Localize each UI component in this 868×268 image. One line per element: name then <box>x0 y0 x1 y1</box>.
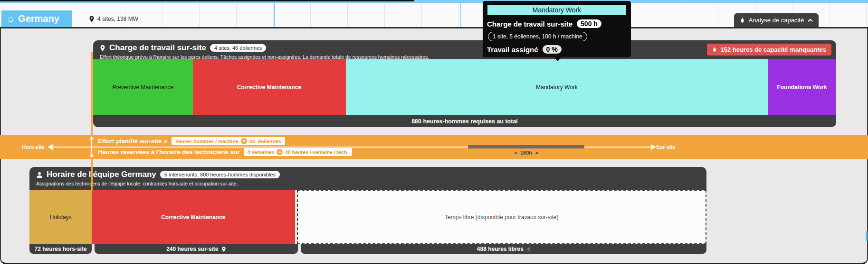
tooltip-workload-label: Charge de travail sur-site <box>487 20 572 28</box>
workload-panel: Charge de travail sur-site 4 sites, 46 é… <box>93 40 836 127</box>
tooltip-assigned-label: Travail assigné <box>487 46 538 54</box>
footer-onsite-hours: 240 heures sur-site <box>95 244 298 254</box>
multiply-icon: × <box>241 138 247 144</box>
footer-label: 488 heures libres <box>477 246 524 252</box>
segment-label: Preventive Maintenance <box>112 84 173 91</box>
capacity-analysis-screen: ⌂ Germany 4 sites, 138 MW Analyse de cap… <box>0 0 868 268</box>
hours-formula-row: Heures réservées à l'horaire des technic… <box>98 148 352 156</box>
map-pin-icon <box>100 45 105 52</box>
effort-formula-row: Effort planifié sur-site ∝ heures-hommes… <box>98 137 285 145</box>
tooltip-assigned-value: 0 % <box>543 45 562 54</box>
team-bar: Holidays Corrective Maintenance Temps li… <box>29 190 706 244</box>
region-title: Germany <box>18 13 59 24</box>
segment-label: Corrective Maintenance <box>237 84 301 91</box>
flow-band: Hors-site Sur-site Effort planifié sur-s… <box>0 135 868 159</box>
tooltip-workload-value: 500 h <box>577 19 601 28</box>
segment-label: Mandatory Work <box>536 84 578 91</box>
team-footer-bars: 72 heures hors-site 240 heures sur-site … <box>29 244 706 254</box>
formula-part: 40 heures / semaine / tech. <box>285 149 348 155</box>
footer-free-hours: 488 heures libres ☝ <box>301 244 706 254</box>
team-panel-subtitle: Assignations des techniciens de l'équipe… <box>36 181 700 186</box>
missing-capacity-label: 152 heures de capacité manquantes <box>720 46 826 53</box>
range-160h-label: ⇤ 160h ⇥ <box>468 150 584 156</box>
timeline-marker <box>274 3 275 27</box>
segment-label: Holidays <box>50 214 72 221</box>
capacity-button-label: Analyse de capacité <box>749 17 804 24</box>
workload-panel-header: Charge de travail sur-site 4 sites, 46 é… <box>93 40 836 59</box>
workload-panel-badge: 4 sites, 46 éoliennes <box>210 44 266 52</box>
workload-total-bar: 880 heures-hommes requises au total <box>93 115 836 127</box>
workload-segment-foundations[interactable]: Foundations Work <box>768 59 836 115</box>
footer-label: 240 heures sur-site <box>166 246 218 252</box>
team-segment-corrective[interactable]: Corrective Maintenance <box>92 190 295 244</box>
flame-icon <box>740 17 745 24</box>
arrow-right-icon <box>651 144 656 150</box>
onsite-label: Sur-site <box>656 144 676 150</box>
team-segment-free-time[interactable]: Temps libre (disponible pour travaux sur… <box>297 190 706 244</box>
flow-connector-bottom <box>91 159 93 190</box>
hand-pointer-icon: ☝ <box>526 246 530 253</box>
vertical-double-arrow <box>91 139 92 156</box>
segment-label: Foundations Work <box>777 84 827 91</box>
flame-icon <box>712 46 717 53</box>
effort-formula-pill: heures-hommes / machine × nb. éoliennes <box>172 137 285 145</box>
footer-offsite-hours: 72 heures hors-site <box>29 244 92 254</box>
multiply-icon: × <box>277 149 283 155</box>
hours-label: Heures réservées à l'horaire des technic… <box>98 148 240 156</box>
segment-label: Corrective Maintenance <box>161 214 225 221</box>
top-scroll-line <box>0 0 414 1</box>
team-panel-badge: 5 intervenants, 800 heures-hommes dispon… <box>160 171 280 178</box>
sites-summary-label: 4 sites, 138 MW <box>97 16 138 22</box>
arrow-left-icon <box>48 144 53 150</box>
region-tab-germany[interactable]: ⌂ Germany <box>1 10 72 27</box>
team-panel-title: Horaire de l'équipe Germany <box>47 170 156 179</box>
footer-label: 72 heures hors-site <box>35 246 87 252</box>
tooltip-title: Mandatory Work <box>487 4 627 16</box>
flow-connector-top <box>91 52 93 135</box>
sites-summary: 4 sites, 138 MW <box>89 10 138 27</box>
home-icon: ⌂ <box>8 13 14 24</box>
chevron-up-icon <box>808 18 813 22</box>
team-panel-header: Horaire de l'équipe Germany 5 intervenan… <box>29 167 706 190</box>
arrow-up-icon <box>89 136 94 139</box>
timeline-marker <box>460 3 461 27</box>
team-panel: Horaire de l'équipe Germany 5 intervenan… <box>29 167 706 254</box>
workload-segment-mandatory[interactable]: Mandatory Work <box>346 59 768 115</box>
hours-formula-pill: 4 semaines × 40 heures / semaine / tech. <box>244 148 353 156</box>
workload-segment-preventive[interactable]: Preventive Maintenance <box>93 59 193 115</box>
person-icon <box>36 171 43 178</box>
segment-label: Temps libre (disponible pour travaux sur… <box>445 214 558 221</box>
map-pin-icon <box>89 16 95 22</box>
effort-label: Effort planifié sur-site ∝ <box>98 138 168 145</box>
workload-total-label: 880 heures-hommes requises au total <box>411 118 518 125</box>
workload-bar: Preventive Maintenance Corrective Mainte… <box>93 59 836 115</box>
arrow-down-icon <box>89 155 94 158</box>
tooltip-detail-pill: 1 site, 5 éoliennes, 100 h / machine <box>488 32 587 41</box>
range-160h-segment <box>468 145 584 148</box>
team-segment-holidays[interactable]: Holidays <box>29 190 92 244</box>
tooltip-arrow <box>554 57 562 61</box>
formula-part: nb. éoliennes <box>249 139 281 144</box>
formula-part: 4 semaines <box>248 149 275 155</box>
offsite-label: Hors-site <box>0 144 45 150</box>
formula-part: heures-hommes / machine <box>175 139 238 144</box>
mandatory-work-tooltip: Mandatory Work Charge de travail sur-sit… <box>483 1 631 57</box>
map-pin-icon <box>221 246 226 252</box>
capacity-analysis-button[interactable]: Analyse de capacité <box>734 13 819 27</box>
workload-segment-corrective[interactable]: Corrective Maintenance <box>193 59 346 115</box>
scrollbar-fragment <box>866 231 868 241</box>
workload-panel-title: Charge de travail sur-site <box>109 43 206 53</box>
missing-capacity-badge: 152 heures de capacité manquantes <box>707 44 831 55</box>
